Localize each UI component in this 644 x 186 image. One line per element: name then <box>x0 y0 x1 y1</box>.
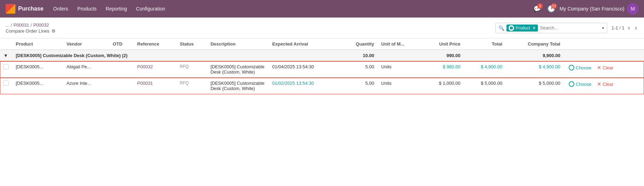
breadcrumb-link2[interactable]: P00032 <box>33 22 49 28</box>
pagination-prev[interactable]: ‹ <box>626 23 631 32</box>
nav-menu: Orders Products Reporting Configuration <box>49 4 169 14</box>
toolbar-row: ... / P00031 / P00032 Compare Order Line… <box>0 18 644 39</box>
row-qty-1: 5.00 <box>340 61 378 78</box>
nav-reporting[interactable]: Reporting <box>102 4 131 14</box>
row-unit-price-1: $ 980.00 <box>422 61 464 78</box>
table-body: ▼ [DESK0005] Customizable Desk (Custom, … <box>0 50 644 94</box>
row-checkbox-2[interactable] <box>4 81 9 86</box>
row-unit-price-2: $ 1,000.00 <box>422 78 464 94</box>
col-otd: OTD <box>109 39 134 50</box>
row-total-1: $ 4,900.00 <box>464 61 506 78</box>
gear-icon[interactable]: ⚙ <box>51 28 56 34</box>
col-reference: Reference <box>134 39 176 50</box>
row-vendor-1: Abigail Pe... <box>63 61 109 78</box>
clear-button-2[interactable]: ✕ Clear <box>596 81 615 88</box>
col-status: Status <box>176 39 207 50</box>
compare-label: Compare Order Lines <box>6 28 49 34</box>
search-input[interactable] <box>540 25 600 30</box>
compare-order-lines: Compare Order Lines ⚙ <box>6 28 491 34</box>
clear-x-icon-2: ✕ <box>597 81 601 87</box>
nav-orders[interactable]: Orders <box>49 4 72 14</box>
svg-rect-0 <box>510 27 513 29</box>
row-actions-2: Choose ✕ Clear <box>567 81 640 88</box>
pagination-current: 1-1 / 1 <box>611 25 624 30</box>
clock-badge: 53 <box>551 3 557 9</box>
col-quantity: Quantity <box>340 39 378 50</box>
breadcrumb-sep1: / <box>11 22 12 28</box>
breadcrumb-dots[interactable]: ... <box>6 22 9 28</box>
row-reference-1[interactable]: P00032 <box>134 61 176 78</box>
row-arrival-2: 01/02/2025 13:54:30 <box>269 78 341 94</box>
choose-button-2[interactable]: Choose <box>567 81 593 88</box>
row-product-1: [DESK0005... <box>12 61 63 78</box>
row-company-total-1: $ 4,900.00 <box>506 61 564 78</box>
row-uom-1: Units <box>378 61 422 78</box>
row-reference-2[interactable]: P00031 <box>134 78 176 94</box>
app-brand[interactable]: Purchase <box>18 6 43 12</box>
breadcrumb: ... / P00031 / P00032 <box>6 22 491 28</box>
table-row: [DESK0005... Abigail Pe... P00032 RFQ [D… <box>0 61 644 78</box>
col-expected-arrival: Expected Arrival <box>269 39 341 50</box>
table-header: Product Vendor OTD Reference Status Desc… <box>0 39 644 50</box>
table-container: Product Vendor OTD Reference Status Desc… <box>0 39 644 94</box>
clear-button-1[interactable]: ✕ Clear <box>596 64 615 71</box>
company-name[interactable]: My Company (San Francisco) <box>560 6 624 12</box>
messages-badge: 9 <box>537 3 543 9</box>
breadcrumb-sep2: / <box>30 22 32 28</box>
search-box: 🔍 Product ✕ ▾ <box>495 23 607 33</box>
table-row: [DESK0005... Azure Inte... P00031 RFQ [D… <box>0 78 644 94</box>
row-uom-2: Units <box>378 78 422 94</box>
notification-messages[interactable]: 💬 9 <box>532 3 543 14</box>
col-company-total: Company Total <box>506 39 564 50</box>
col-description: Description <box>207 39 268 50</box>
choose-circle-icon-2 <box>569 81 574 87</box>
table-group-row: ▼ [DESK0005] Customizable Desk (Custom, … <box>0 50 644 61</box>
row-actions-1: Choose ✕ Clear <box>567 64 640 71</box>
app-logo <box>6 4 15 14</box>
col-uom: Unit of M... <box>378 39 422 50</box>
col-unit-price: Unit Price <box>422 39 464 50</box>
group-unit-price: 990.00 <box>422 50 464 61</box>
row-description-1: [DESK0005] Customizable Desk (Custom, Wh… <box>207 61 268 78</box>
user-avatar[interactable]: M <box>627 3 638 14</box>
group-chevron[interactable]: ▼ <box>4 53 8 58</box>
row-vendor-2: Azure Inte... <box>63 78 109 94</box>
pagination-next[interactable]: › <box>634 23 638 32</box>
row-otd-1 <box>109 61 134 78</box>
search-tag-label: Product <box>516 26 530 30</box>
nav-configuration[interactable]: Configuration <box>132 4 169 14</box>
search-tag-icon <box>509 25 514 31</box>
choose-button-1[interactable]: Choose <box>567 64 593 71</box>
notification-clock[interactable]: 🕐 53 <box>546 3 557 14</box>
choose-circle-icon <box>569 65 574 70</box>
breadcrumb-link1[interactable]: P00031 <box>13 22 29 28</box>
search-tag-close[interactable]: ✕ <box>532 26 536 30</box>
row-otd-2 <box>109 78 134 94</box>
row-status-1: RFQ <box>176 61 207 78</box>
product-tag-svg <box>510 26 513 30</box>
orders-table: Product Vendor OTD Reference Status Desc… <box>0 39 644 94</box>
col-actions <box>564 39 644 50</box>
group-quantity: 10.00 <box>340 50 378 61</box>
pagination: 1-1 / 1 ‹ › <box>611 23 638 32</box>
col-product: Product <box>12 39 63 50</box>
group-label: [DESK0005] Customizable Desk (Custom, Wh… <box>12 50 340 61</box>
clear-x-icon: ✕ <box>597 65 601 70</box>
nav-products[interactable]: Products <box>73 4 101 14</box>
row-arrival-1: 01/04/2025 13:54:30 <box>269 61 341 78</box>
row-company-total-2: $ 5,000.00 <box>506 78 564 94</box>
row-total-2: $ 5,000.00 <box>464 78 506 94</box>
row-description-2: [DESK0005] Customizable Desk (Custom, Wh… <box>207 78 268 94</box>
top-nav: Purchase Orders Products Reporting Confi… <box>0 0 644 18</box>
row-status-2: RFQ <box>176 78 207 94</box>
col-total: Total <box>464 39 506 50</box>
search-dropdown-icon[interactable]: ▾ <box>602 26 604 30</box>
row-product-2: [DESK0005... <box>12 78 63 94</box>
search-icon: 🔍 <box>498 25 504 31</box>
row-qty-2: 5.00 <box>340 78 378 94</box>
col-check <box>0 39 12 50</box>
col-vendor: Vendor <box>63 39 109 50</box>
row-checkbox-1[interactable] <box>4 64 9 69</box>
group-company-total: 9,900.00 <box>506 50 564 61</box>
search-tag-product[interactable]: Product ✕ <box>506 25 538 32</box>
